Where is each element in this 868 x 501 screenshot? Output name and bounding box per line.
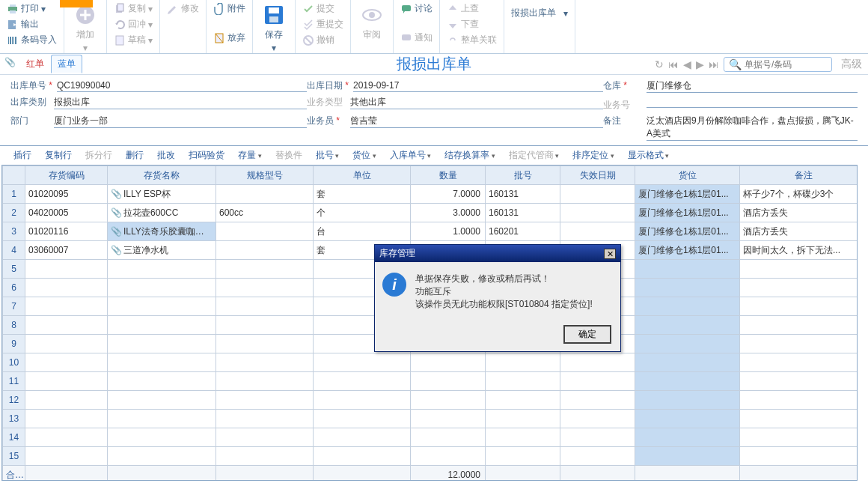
revoke-icon xyxy=(302,34,314,46)
svg-rect-5 xyxy=(10,37,11,44)
page-title: 报损出库单 xyxy=(397,54,471,74)
search-box[interactable]: 🔍 xyxy=(724,57,832,72)
svg-rect-12 xyxy=(116,36,123,45)
pencil-icon xyxy=(167,3,179,15)
chat-icon xyxy=(400,3,412,15)
submit-button: 提交 xyxy=(300,1,346,16)
gt-sort[interactable]: 排序定位 xyxy=(572,149,614,162)
up-arrow-icon xyxy=(447,3,459,15)
svg-rect-7 xyxy=(13,37,14,44)
save-button[interactable]: 保存 ▾ xyxy=(257,1,290,55)
dept-value[interactable]: 厦门业务一部 xyxy=(54,115,307,128)
gt-replace: 替换件 xyxy=(275,149,302,162)
gt-scan[interactable]: 扫码验货 xyxy=(189,149,224,162)
svg-rect-21 xyxy=(402,34,411,40)
gt-display[interactable]: 显示格式 xyxy=(628,149,670,162)
eye-icon xyxy=(360,3,384,27)
revoke-button: 撤销 xyxy=(300,33,346,47)
table-row[interactable]: 301020116📎ILLY法奇乐胶囊咖啡机台1.0000160201厦门维修仓… xyxy=(3,222,858,241)
printer-icon xyxy=(7,3,19,15)
link-icon xyxy=(447,34,459,46)
svg-rect-1 xyxy=(10,4,16,7)
error-dialog: 库存管理 ✕ i 单据保存失败，修改或稍后再试！ 功能互斥 该操作员无此功能权限… xyxy=(374,244,621,352)
discuss-button[interactable]: 讨论 xyxy=(398,1,435,16)
gt-del[interactable]: 删行 xyxy=(126,149,144,162)
search-icon: 🔍 xyxy=(729,58,742,70)
modify-button: 修改 xyxy=(165,1,201,16)
biz-no-label: 业务号 xyxy=(603,99,642,112)
discard-icon xyxy=(213,32,225,44)
table-row[interactable]: 11 xyxy=(3,372,858,391)
svg-rect-11 xyxy=(117,4,123,11)
out-cat-value[interactable]: 报损出库 xyxy=(54,96,307,109)
paperclip-icon[interactable]: 📎 xyxy=(4,57,19,72)
attachment-button[interactable]: 附件 xyxy=(211,1,248,16)
clerk-value[interactable]: 曾吉莹 xyxy=(350,115,603,128)
biz-no-value[interactable] xyxy=(647,96,858,108)
table-row[interactable]: 101020095📎ILLY ESP杯套7.0000160131厦门维修仓1栋1… xyxy=(3,185,858,204)
svg-rect-15 xyxy=(269,7,279,13)
print-button[interactable]: 打印 ▾ xyxy=(4,1,59,16)
gt-stock[interactable]: 存量 xyxy=(238,149,262,162)
gt-split: 拆分行 xyxy=(85,149,112,162)
advanced-link[interactable]: 高级 xyxy=(841,58,862,71)
output-button[interactable]: 输出 xyxy=(4,17,59,31)
dialog-titlebar[interactable]: 库存管理 ✕ xyxy=(375,245,620,262)
dialog-title: 库存管理 xyxy=(379,247,415,260)
search-input[interactable] xyxy=(745,59,827,70)
gt-agent: 指定代管商 xyxy=(509,149,560,162)
table-row[interactable]: 13 xyxy=(3,410,858,428)
close-icon[interactable]: ✕ xyxy=(604,249,616,259)
copy-button: 复制 ▾ xyxy=(111,1,155,16)
gt-batch[interactable]: 批号 xyxy=(316,149,340,162)
dialog-message: 单据保存失败，修改或稍后再试！ 功能互斥 该操作员无此功能权限[ST010804… xyxy=(415,273,593,310)
barcode-import-button[interactable]: 条码导入 xyxy=(4,33,59,47)
grid-header: 存货编码存货名称规格型号 单位数量批号 失效日期货位备注 xyxy=(3,166,858,185)
out-no-value[interactable]: QC19090040 xyxy=(57,80,307,92)
ribbon: 打印 ▾ 输出 条码导入 增加 ▾ 复制 ▾ 回冲 ▾ 草稿 ▾ 修改 附件 放… xyxy=(0,0,868,54)
check-icon xyxy=(302,3,314,15)
check-up-button: 上查 xyxy=(444,1,499,16)
nav-prev-icon[interactable]: ◀ xyxy=(683,58,691,70)
remark-label: 备注 xyxy=(603,115,642,127)
return-button: 回冲 ▾ xyxy=(111,17,155,31)
tab-blue[interactable]: 蓝单 xyxy=(51,55,82,73)
biz-type-value: 其他出库 xyxy=(350,96,603,109)
gt-batch-modify[interactable]: 批改 xyxy=(157,149,175,162)
nav-refresh-icon[interactable]: ↻ xyxy=(655,58,664,70)
table-row[interactable]: 15 xyxy=(3,447,858,466)
tab-red[interactable]: 红单 xyxy=(19,55,51,73)
gt-insert[interactable]: 插行 xyxy=(13,149,31,162)
table-row[interactable]: 10 xyxy=(3,353,858,372)
wh-value[interactable]: 厦门维修仓 xyxy=(647,79,858,93)
table-row[interactable]: 204020005📎拉花壶600CC600cc个3.0000160131厦门维修… xyxy=(3,204,858,222)
total-row: 合计12.0000 xyxy=(3,466,858,482)
svg-rect-4 xyxy=(8,37,9,44)
gt-loc[interactable]: 货位 xyxy=(352,149,376,162)
wh-label: 仓库 xyxy=(603,79,642,92)
nav-next-icon[interactable]: ▶ xyxy=(696,58,704,70)
notify-button: 通知 xyxy=(398,31,435,45)
tab-bar: 📎 红单 蓝单 报损出库单 ↻ ⏮ ◀ ▶ ⏭ 🔍 高级 xyxy=(0,54,868,75)
table-row[interactable]: 14 xyxy=(3,428,858,447)
draft-icon xyxy=(114,34,126,46)
remark-value[interactable]: 泛太酒店因9月份解除咖啡合作，盘点报损，腾飞JK-A美式 xyxy=(647,115,858,141)
out-date-value[interactable]: 2019-09-17 xyxy=(353,80,603,92)
nav-buttons: ↻ ⏮ ◀ ▶ ⏭ 🔍 高级 xyxy=(655,57,862,72)
svg-rect-8 xyxy=(15,37,16,44)
gt-in-no[interactable]: 入库单号 xyxy=(390,149,432,162)
doc-type-dropdown[interactable]: 报损出库单 ▾ xyxy=(509,6,570,20)
info-icon: i xyxy=(382,273,406,297)
gt-copyrow[interactable]: 复制行 xyxy=(45,149,72,162)
gt-settle[interactable]: 结存换算率 xyxy=(444,149,495,162)
nav-last-icon[interactable]: ⏭ xyxy=(709,58,719,70)
svg-rect-16 xyxy=(269,16,278,22)
table-row[interactable]: 12 xyxy=(3,391,858,410)
abandon-button[interactable]: 放弃 xyxy=(211,31,248,45)
floppy-icon xyxy=(262,3,286,27)
form-area: 出库单号QC19090040 出库日期2019-09-17 仓库厦门维修仓 出库… xyxy=(0,75,868,145)
nav-first-icon[interactable]: ⏮ xyxy=(668,58,679,70)
svg-rect-2 xyxy=(10,10,16,13)
ok-button[interactable]: 确定 xyxy=(563,325,611,344)
paperclip-icon xyxy=(213,3,225,15)
